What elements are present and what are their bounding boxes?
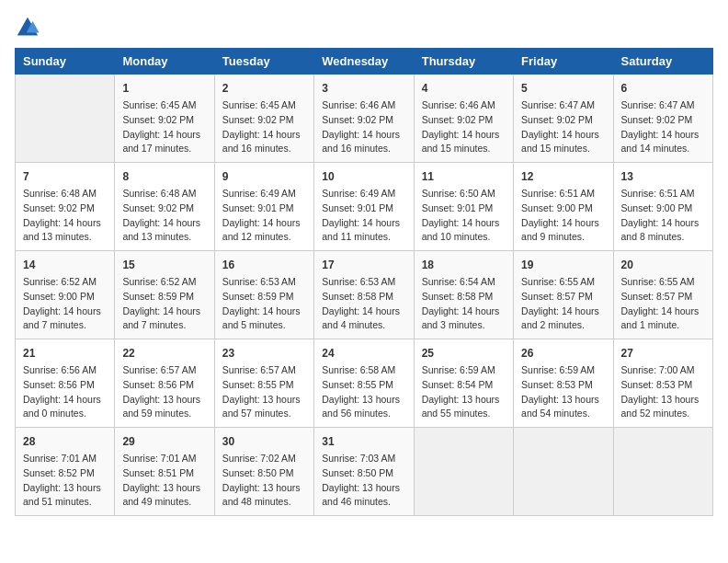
calendar-cell: 12Sunrise: 6:51 AM Sunset: 9:00 PM Dayli… bbox=[514, 163, 613, 251]
calendar-cell: 29Sunrise: 7:01 AM Sunset: 8:51 PM Dayli… bbox=[115, 428, 214, 516]
day-info: Sunrise: 7:00 AM Sunset: 8:53 PM Dayligh… bbox=[621, 363, 705, 421]
day-info: Sunrise: 6:49 AM Sunset: 9:01 PM Dayligh… bbox=[222, 187, 306, 245]
calendar-cell: 20Sunrise: 6:55 AM Sunset: 8:57 PM Dayli… bbox=[613, 251, 712, 339]
calendar-cell bbox=[16, 75, 115, 163]
day-info: Sunrise: 6:53 AM Sunset: 8:59 PM Dayligh… bbox=[222, 275, 306, 333]
calendar-cell: 9Sunrise: 6:49 AM Sunset: 9:01 PM Daylig… bbox=[214, 163, 313, 251]
day-info: Sunrise: 6:49 AM Sunset: 9:01 PM Dayligh… bbox=[322, 187, 405, 245]
day-number: 23 bbox=[222, 345, 306, 362]
calendar-week-row: 7Sunrise: 6:48 AM Sunset: 9:02 PM Daylig… bbox=[16, 163, 713, 251]
day-number: 13 bbox=[621, 168, 705, 185]
calendar-cell: 6Sunrise: 6:47 AM Sunset: 9:02 PM Daylig… bbox=[613, 75, 712, 163]
day-number: 7 bbox=[23, 168, 107, 185]
day-info: Sunrise: 6:57 AM Sunset: 8:56 PM Dayligh… bbox=[122, 363, 206, 421]
calendar-cell: 2Sunrise: 6:45 AM Sunset: 9:02 PM Daylig… bbox=[214, 75, 313, 163]
day-number: 3 bbox=[322, 80, 405, 97]
day-info: Sunrise: 6:48 AM Sunset: 9:02 PM Dayligh… bbox=[23, 187, 107, 245]
day-number: 28 bbox=[23, 433, 107, 450]
day-number: 27 bbox=[621, 345, 705, 362]
day-number: 12 bbox=[521, 168, 605, 185]
day-info: Sunrise: 6:55 AM Sunset: 8:57 PM Dayligh… bbox=[621, 275, 705, 333]
day-info: Sunrise: 7:03 AM Sunset: 8:50 PM Dayligh… bbox=[322, 452, 405, 510]
day-number: 16 bbox=[222, 257, 306, 273]
day-number: 20 bbox=[621, 257, 705, 273]
calendar-cell: 22Sunrise: 6:57 AM Sunset: 8:56 PM Dayli… bbox=[115, 339, 214, 428]
column-header-thursday: Thursday bbox=[414, 49, 513, 75]
day-number: 26 bbox=[521, 345, 605, 362]
calendar-cell: 21Sunrise: 6:56 AM Sunset: 8:56 PM Dayli… bbox=[16, 339, 115, 428]
day-info: Sunrise: 6:48 AM Sunset: 9:02 PM Dayligh… bbox=[122, 187, 206, 245]
day-number: 14 bbox=[23, 257, 107, 273]
day-number: 17 bbox=[322, 257, 405, 273]
calendar-cell: 27Sunrise: 7:00 AM Sunset: 8:53 PM Dayli… bbox=[613, 339, 712, 428]
day-number: 9 bbox=[222, 168, 306, 185]
calendar-table: SundayMondayTuesdayWednesdayThursdayFrid… bbox=[15, 48, 713, 516]
calendar-cell: 19Sunrise: 6:55 AM Sunset: 8:57 PM Dayli… bbox=[514, 251, 613, 339]
calendar-week-row: 21Sunrise: 6:56 AM Sunset: 8:56 PM Dayli… bbox=[16, 339, 713, 428]
calendar-cell: 25Sunrise: 6:59 AM Sunset: 8:54 PM Dayli… bbox=[414, 339, 513, 428]
column-header-monday: Monday bbox=[115, 49, 214, 75]
day-number: 10 bbox=[322, 168, 405, 185]
day-info: Sunrise: 6:59 AM Sunset: 8:53 PM Dayligh… bbox=[521, 363, 605, 421]
day-info: Sunrise: 7:01 AM Sunset: 8:52 PM Dayligh… bbox=[23, 452, 107, 510]
day-info: Sunrise: 6:55 AM Sunset: 8:57 PM Dayligh… bbox=[521, 275, 605, 333]
calendar-cell: 15Sunrise: 6:52 AM Sunset: 8:59 PM Dayli… bbox=[115, 251, 214, 339]
calendar-cell bbox=[613, 428, 712, 516]
column-header-friday: Friday bbox=[514, 49, 613, 75]
day-number: 29 bbox=[122, 433, 206, 450]
day-info: Sunrise: 7:02 AM Sunset: 8:50 PM Dayligh… bbox=[222, 452, 306, 510]
calendar-cell: 30Sunrise: 7:02 AM Sunset: 8:50 PM Dayli… bbox=[214, 428, 313, 516]
day-info: Sunrise: 6:47 AM Sunset: 9:02 PM Dayligh… bbox=[621, 98, 705, 156]
day-info: Sunrise: 6:45 AM Sunset: 9:02 PM Dayligh… bbox=[122, 98, 206, 156]
day-number: 6 bbox=[621, 80, 705, 97]
day-number: 21 bbox=[23, 345, 107, 362]
column-header-saturday: Saturday bbox=[613, 49, 712, 75]
day-info: Sunrise: 6:59 AM Sunset: 8:54 PM Dayligh… bbox=[422, 363, 506, 421]
day-info: Sunrise: 6:46 AM Sunset: 9:02 PM Dayligh… bbox=[422, 98, 506, 156]
calendar-cell: 23Sunrise: 6:57 AM Sunset: 8:55 PM Dayli… bbox=[214, 339, 313, 428]
day-info: Sunrise: 6:51 AM Sunset: 9:00 PM Dayligh… bbox=[621, 187, 705, 245]
day-number: 18 bbox=[422, 257, 506, 273]
calendar-cell: 10Sunrise: 6:49 AM Sunset: 9:01 PM Dayli… bbox=[314, 163, 414, 251]
calendar-header-row: SundayMondayTuesdayWednesdayThursdayFrid… bbox=[16, 49, 713, 75]
calendar-cell: 13Sunrise: 6:51 AM Sunset: 9:00 PM Dayli… bbox=[613, 163, 712, 251]
calendar-cell: 8Sunrise: 6:48 AM Sunset: 9:02 PM Daylig… bbox=[115, 163, 214, 251]
calendar-cell: 17Sunrise: 6:53 AM Sunset: 8:58 PM Dayli… bbox=[314, 251, 414, 339]
day-number: 24 bbox=[322, 345, 405, 362]
column-header-tuesday: Tuesday bbox=[214, 49, 313, 75]
day-info: Sunrise: 6:51 AM Sunset: 9:00 PM Dayligh… bbox=[521, 187, 605, 245]
calendar-cell bbox=[414, 428, 513, 516]
calendar-cell: 14Sunrise: 6:52 AM Sunset: 9:00 PM Dayli… bbox=[16, 251, 115, 339]
column-header-sunday: Sunday bbox=[16, 49, 115, 75]
day-number: 22 bbox=[122, 345, 206, 362]
calendar-cell: 5Sunrise: 6:47 AM Sunset: 9:02 PM Daylig… bbox=[514, 75, 613, 163]
day-info: Sunrise: 7:01 AM Sunset: 8:51 PM Dayligh… bbox=[122, 452, 206, 510]
day-info: Sunrise: 6:52 AM Sunset: 8:59 PM Dayligh… bbox=[122, 275, 206, 333]
calendar-week-row: 1Sunrise: 6:45 AM Sunset: 9:02 PM Daylig… bbox=[16, 75, 713, 163]
day-number: 2 bbox=[222, 80, 306, 97]
page-header bbox=[15, 15, 713, 40]
day-number: 30 bbox=[222, 433, 306, 450]
calendar-cell: 18Sunrise: 6:54 AM Sunset: 8:58 PM Dayli… bbox=[414, 251, 513, 339]
day-info: Sunrise: 6:54 AM Sunset: 8:58 PM Dayligh… bbox=[422, 275, 506, 333]
calendar-cell: 28Sunrise: 7:01 AM Sunset: 8:52 PM Dayli… bbox=[16, 428, 115, 516]
day-info: Sunrise: 6:50 AM Sunset: 9:01 PM Dayligh… bbox=[422, 187, 506, 245]
calendar-cell: 11Sunrise: 6:50 AM Sunset: 9:01 PM Dayli… bbox=[414, 163, 513, 251]
calendar-week-row: 14Sunrise: 6:52 AM Sunset: 9:00 PM Dayli… bbox=[16, 251, 713, 339]
calendar-cell: 4Sunrise: 6:46 AM Sunset: 9:02 PM Daylig… bbox=[414, 75, 513, 163]
logo-icon bbox=[15, 15, 40, 40]
calendar-week-row: 28Sunrise: 7:01 AM Sunset: 8:52 PM Dayli… bbox=[16, 428, 713, 516]
day-number: 1 bbox=[122, 80, 206, 97]
day-info: Sunrise: 6:46 AM Sunset: 9:02 PM Dayligh… bbox=[322, 98, 405, 156]
calendar-cell bbox=[514, 428, 613, 516]
day-number: 31 bbox=[322, 433, 405, 450]
logo bbox=[15, 15, 44, 40]
calendar-cell: 1Sunrise: 6:45 AM Sunset: 9:02 PM Daylig… bbox=[115, 75, 214, 163]
calendar-cell: 16Sunrise: 6:53 AM Sunset: 8:59 PM Dayli… bbox=[214, 251, 313, 339]
calendar-cell: 24Sunrise: 6:58 AM Sunset: 8:55 PM Dayli… bbox=[314, 339, 414, 428]
day-number: 19 bbox=[521, 257, 605, 273]
day-info: Sunrise: 6:53 AM Sunset: 8:58 PM Dayligh… bbox=[322, 275, 405, 333]
day-number: 25 bbox=[422, 345, 506, 362]
calendar-cell: 3Sunrise: 6:46 AM Sunset: 9:02 PM Daylig… bbox=[314, 75, 414, 163]
day-info: Sunrise: 6:58 AM Sunset: 8:55 PM Dayligh… bbox=[322, 363, 405, 421]
